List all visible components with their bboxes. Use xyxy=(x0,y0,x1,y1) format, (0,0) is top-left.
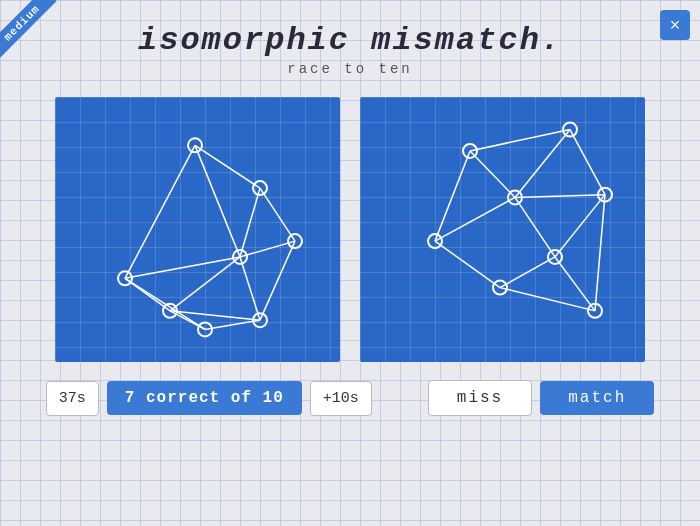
difficulty-ribbon: medium xyxy=(0,0,70,70)
controls-row: 37s 7 correct of 10 +10s miss match xyxy=(46,380,654,416)
svg-line-5 xyxy=(240,241,295,257)
svg-point-44 xyxy=(588,304,602,318)
bonus-display: +10s xyxy=(310,381,372,416)
svg-line-0 xyxy=(195,145,260,188)
match-button[interactable]: match xyxy=(540,381,654,415)
svg-point-21 xyxy=(253,313,267,327)
graphs-row xyxy=(55,97,645,362)
difficulty-label: medium xyxy=(0,0,57,58)
svg-point-20 xyxy=(163,304,177,318)
timer-display: 37s xyxy=(46,381,99,416)
svg-point-40 xyxy=(508,190,522,204)
svg-line-31 xyxy=(435,197,515,241)
svg-line-2 xyxy=(125,145,195,278)
svg-line-28 xyxy=(515,195,605,198)
svg-point-38 xyxy=(563,123,577,137)
svg-line-8 xyxy=(170,257,240,311)
miss-button[interactable]: miss xyxy=(428,380,532,416)
svg-line-24 xyxy=(470,151,515,197)
svg-point-43 xyxy=(493,281,507,295)
svg-point-19 xyxy=(118,271,132,285)
svg-line-25 xyxy=(435,151,470,241)
graph-right-svg xyxy=(360,97,645,362)
svg-point-41 xyxy=(428,234,442,248)
main-title: isomorphic mismatch. xyxy=(138,22,562,59)
svg-line-1 xyxy=(195,145,240,257)
svg-point-17 xyxy=(288,234,302,248)
title-area: isomorphic mismatch. race to ten xyxy=(138,22,562,77)
svg-point-39 xyxy=(598,188,612,202)
graph-left-svg xyxy=(55,97,340,362)
svg-point-37 xyxy=(463,144,477,158)
close-button[interactable]: × xyxy=(660,10,690,40)
svg-line-29 xyxy=(555,195,605,257)
svg-point-42 xyxy=(548,250,562,264)
svg-line-26 xyxy=(570,130,605,195)
svg-line-32 xyxy=(515,197,555,257)
score-display: 7 correct of 10 xyxy=(107,381,302,415)
graph-left[interactable] xyxy=(55,97,340,362)
svg-line-34 xyxy=(500,257,555,288)
svg-line-4 xyxy=(240,188,260,257)
subtitle: race to ten xyxy=(138,61,562,77)
svg-line-14 xyxy=(205,320,260,329)
svg-point-16 xyxy=(253,181,267,195)
svg-line-6 xyxy=(260,241,295,320)
svg-point-18 xyxy=(233,250,247,264)
svg-line-33 xyxy=(435,241,500,287)
svg-line-7 xyxy=(125,257,240,278)
svg-line-9 xyxy=(240,257,260,320)
graph-right[interactable] xyxy=(360,97,645,362)
svg-point-15 xyxy=(188,138,202,152)
svg-line-3 xyxy=(260,188,295,241)
svg-line-11 xyxy=(125,278,205,329)
svg-line-30 xyxy=(595,195,605,311)
svg-point-22 xyxy=(198,322,212,336)
